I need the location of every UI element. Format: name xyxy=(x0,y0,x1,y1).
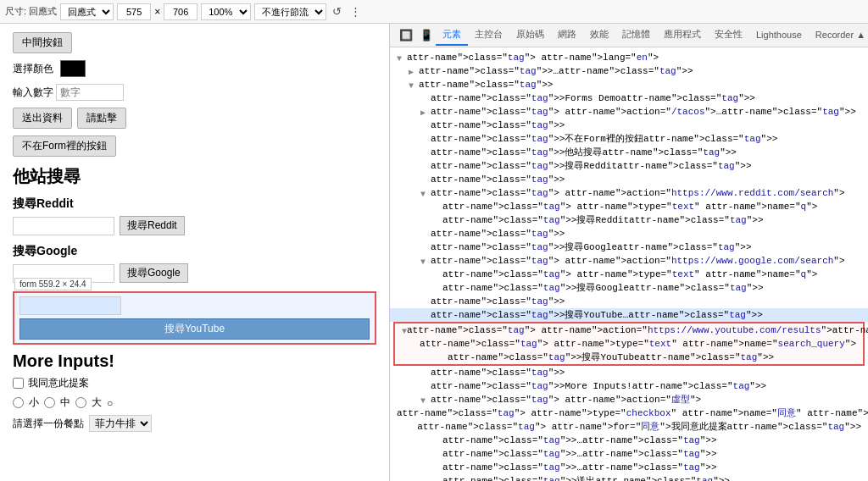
code-line[interactable]: attr-name">class="tag">>他站搜尋attr-name">c… xyxy=(390,146,868,159)
other-site-heading: 他站搜尋 xyxy=(13,165,376,188)
size-select[interactable]: 回應式 xyxy=(60,3,114,20)
youtube-search-row xyxy=(19,296,370,315)
code-line[interactable]: attr-name">class="tag">>搜尋Googleattr-nam… xyxy=(390,281,868,295)
center-button[interactable]: 中間按鈕 xyxy=(13,32,72,53)
code-line[interactable]: ▶attr-name">class="tag"> attr-name">acti… xyxy=(390,105,868,119)
code-line[interactable]: ▼attr-name">class="tag"> attr-name">acti… xyxy=(390,254,868,268)
device-icon[interactable]: 📱 xyxy=(417,27,436,43)
tab-security[interactable]: 安全性 xyxy=(708,25,749,46)
code-line[interactable]: attr-name">class="tag"> attr-name">for="… xyxy=(390,420,868,434)
form-tooltip: form 559.2 × 24.4 xyxy=(14,278,92,290)
code-line[interactable]: attr-name">class="tag">>不在Form裡的按鈕attr-n… xyxy=(390,132,868,146)
code-line[interactable]: attr-name">class="tag">>…attr-name">clas… xyxy=(390,461,868,474)
expand-icon[interactable]: ▼ xyxy=(420,256,431,266)
code-line[interactable]: attr-name">class="tag">>搜尋Redditattr-nam… xyxy=(390,159,868,173)
agree-checkbox[interactable] xyxy=(13,378,24,389)
expand-icon[interactable]: ▼ xyxy=(420,395,431,405)
radio-medium-label: 中 xyxy=(60,395,70,410)
tab-network[interactable]: 網路 xyxy=(551,25,583,46)
code-line[interactable]: ▼attr-name">class="tag">> xyxy=(390,78,868,91)
select-row: 請選擇一份餐點 菲力牛排 xyxy=(13,415,376,432)
reddit-search-row: 搜尋Reddit xyxy=(13,216,376,235)
code-line[interactable]: attr-name">class="tag">>搜尋YouTubeattr-na… xyxy=(395,351,863,364)
youtube-search-input[interactable] xyxy=(19,296,121,315)
reddit-search-input[interactable] xyxy=(13,217,114,235)
tab-sources[interactable]: 原始碼 xyxy=(509,25,551,46)
dimension-sep: × xyxy=(154,6,160,18)
expand-icon[interactable]: ▼ xyxy=(397,53,407,63)
expand-icon[interactable]: ▼ xyxy=(420,188,431,198)
inspect-icon[interactable]: 🔲 xyxy=(397,27,415,43)
radio-large[interactable] xyxy=(75,397,86,408)
select-label: 請選擇一份餐點 xyxy=(13,417,84,431)
code-line[interactable]: attr-name">class="tag">> xyxy=(390,295,868,308)
tab-lighthouse[interactable]: Lighthouse xyxy=(749,26,809,45)
expand-icon[interactable]: ▶ xyxy=(409,66,419,76)
other-site-section: 他站搜尋 搜尋Reddit 搜尋Reddit 搜尋Google 搜尋Google… xyxy=(13,165,376,345)
code-line[interactable]: ▼attr-name">class="tag"> attr-name">acti… xyxy=(390,393,868,406)
tab-elements[interactable]: 元素 xyxy=(436,25,468,46)
left-panel: 中間按鈕 選擇顏色 輸入數字 送出資料 請點擊 不在Form裡的按鈕 他站搜尋 … xyxy=(0,24,390,481)
code-line[interactable]: attr-name">class="tag"> attr-name">type=… xyxy=(390,200,868,213)
tab-recorder[interactable]: Recorder ▲ xyxy=(809,26,868,45)
size-label: 尺寸: 回應式 xyxy=(5,5,57,18)
tab-application[interactable]: 應用程式 xyxy=(657,25,708,46)
code-line[interactable]: attr-name">class="tag"> attr-name">type=… xyxy=(390,406,868,420)
code-line[interactable]: attr-name">class="tag">>Forms Demoattr-n… xyxy=(390,91,868,105)
number-input[interactable] xyxy=(56,84,124,101)
refresh-icon[interactable]: ↺ xyxy=(330,3,344,19)
code-line[interactable]: ▼attr-name">class="tag"> attr-name">lang… xyxy=(390,51,868,64)
radio-circle: ○ xyxy=(107,397,113,409)
submit-button[interactable]: 送出資料 xyxy=(13,108,72,129)
radio-row: 小 中 大 ○ xyxy=(13,395,376,410)
devtools-icons: 🔲 📱 xyxy=(397,27,436,43)
code-line[interactable]: ▼attr-name">class="tag"> attr-name">acti… xyxy=(390,186,868,200)
expand-icon[interactable]: ▶ xyxy=(420,107,431,117)
code-line[interactable]: ▼attr-name">class="tag"> attr-name">acti… xyxy=(395,323,863,337)
zoom-select[interactable]: 100% xyxy=(201,3,251,20)
google-heading: 搜尋Google xyxy=(13,244,376,259)
radio-large-label: 大 xyxy=(92,395,102,410)
throttle-select[interactable]: 不進行節流 xyxy=(254,3,326,20)
submit-row: 送出資料 請點擊 xyxy=(13,108,376,129)
radio-medium[interactable] xyxy=(44,397,55,408)
meal-select[interactable]: 菲力牛排 xyxy=(89,415,152,432)
click-button[interactable]: 請點擊 xyxy=(77,108,126,129)
not-in-form-button[interactable]: 不在Form裡的按鈕 xyxy=(13,135,116,157)
width-input[interactable] xyxy=(117,3,151,20)
checkbox-row: 我同意此提案 xyxy=(13,376,376,390)
code-line[interactable]: attr-name">class="tag">>搜尋Googleattr-nam… xyxy=(390,240,868,254)
code-line[interactable]: ▶attr-name">class="tag">>…attr-name">cla… xyxy=(390,64,868,78)
expand-icon[interactable]: ▼ xyxy=(409,80,419,90)
tab-memory[interactable]: 記憶體 xyxy=(615,25,657,46)
code-line[interactable]: attr-name">class="tag">>More Inputs!attr… xyxy=(390,379,868,393)
tab-performance[interactable]: 效能 xyxy=(583,25,615,46)
devtools-tabs: 🔲 📱 元素 主控台 原始碼 網路 效能 記憶體 應用程式 安全性 Lighth… xyxy=(390,24,868,47)
center-btn-row: 中間按鈕 xyxy=(13,32,376,53)
code-line[interactable]: attr-name">class="tag">> xyxy=(390,173,868,186)
top-toolbar: 尺寸: 回應式 回應式 × 100% 不進行節流 ↺ ⋮ xyxy=(0,0,868,24)
not-in-form-row: 不在Form裡的按鈕 xyxy=(13,135,376,157)
google-search-button[interactable]: 搜尋Google xyxy=(120,263,188,283)
more-icon[interactable]: ⋮ xyxy=(348,3,364,19)
height-input[interactable] xyxy=(164,3,198,20)
tab-console[interactable]: 主控台 xyxy=(468,25,509,46)
code-line[interactable]: attr-name">class="tag"> attr-name">type=… xyxy=(395,337,863,351)
reddit-search-button[interactable]: 搜尋Reddit xyxy=(120,216,185,235)
youtube-search-button[interactable]: 搜尋YouTube xyxy=(19,318,370,340)
youtube-form-container: form 559.2 × 24.4 搜尋YouTube xyxy=(13,291,376,345)
code-line[interactable]: attr-name">class="tag">> xyxy=(390,227,868,240)
code-line[interactable]: attr-name">class="tag">> xyxy=(390,366,868,379)
code-line[interactable]: attr-name">class="tag"> attr-name">type=… xyxy=(390,268,868,281)
code-line[interactable]: attr-name">class="tag">>搜尋YouTube…attr-n… xyxy=(390,308,868,322)
code-line[interactable]: attr-name">class="tag">>搜尋Redditattr-nam… xyxy=(390,213,868,227)
color-swatch[interactable] xyxy=(60,60,86,77)
radio-small[interactable] xyxy=(13,397,24,408)
code-line[interactable]: attr-name">class="tag">> xyxy=(390,119,868,132)
color-picker-row: 選擇顏色 xyxy=(13,60,376,77)
code-line[interactable]: attr-name">class="tag">>…attr-name">clas… xyxy=(390,434,868,447)
code-line[interactable]: attr-name">class="tag">>…attr-name">clas… xyxy=(390,447,868,461)
main-container: 中間按鈕 選擇顏色 輸入數字 送出資料 請點擊 不在Form裡的按鈕 他站搜尋 … xyxy=(0,24,868,481)
code-line[interactable]: attr-name">class="tag">>送出attr-name">cla… xyxy=(390,474,868,481)
number-label: 輸入數字 xyxy=(13,86,53,98)
